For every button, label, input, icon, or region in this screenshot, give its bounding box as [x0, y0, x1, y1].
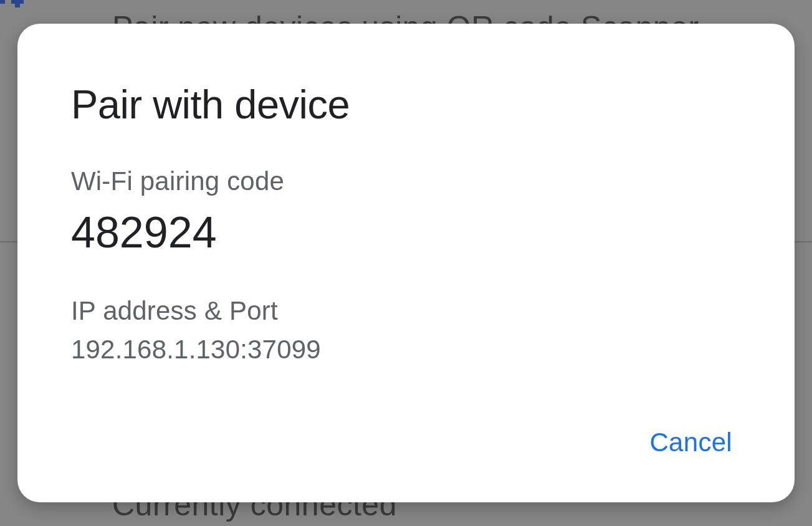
- svg-rect-2: [11, 0, 24, 4]
- pair-device-dialog: Pair with device Wi-Fi pairing code 4829…: [17, 24, 795, 502]
- ip-port-value: 192.168.1.130:37099: [71, 335, 741, 365]
- svg-rect-0: [0, 0, 5, 4]
- cancel-button[interactable]: Cancel: [647, 420, 735, 465]
- ip-port-label: IP address & Port: [71, 296, 741, 326]
- pairing-code-value: 482924: [71, 208, 741, 257]
- qr-plus-icon: [0, 0, 34, 25]
- dialog-actions: Cancel: [71, 420, 741, 465]
- dialog-title: Pair with device: [71, 81, 741, 128]
- pairing-code-label: Wi-Fi pairing code: [71, 166, 741, 196]
